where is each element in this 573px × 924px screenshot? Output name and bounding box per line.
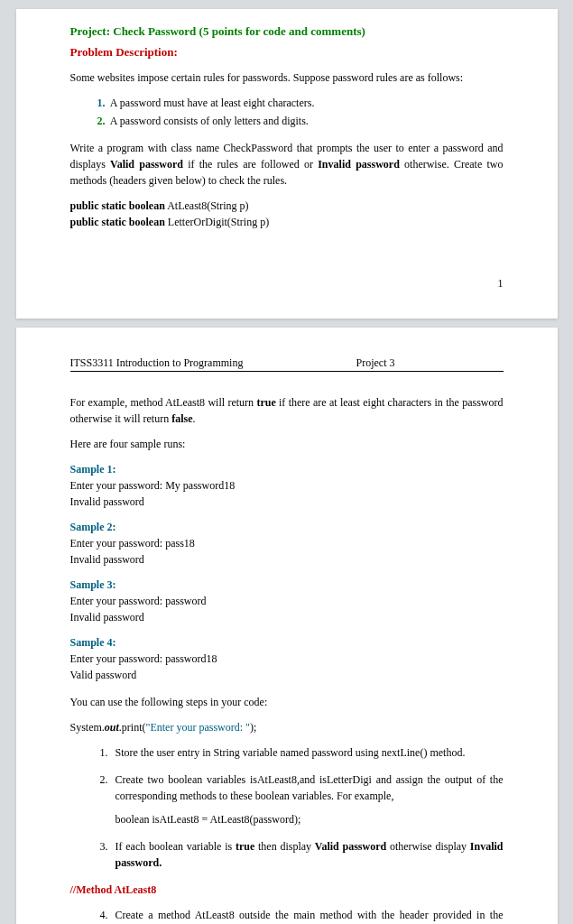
sample-3-label: Sample 3: bbox=[70, 577, 504, 593]
code-print-line: System.out.print("Enter your password: "… bbox=[70, 719, 504, 735]
sample-3-input: Enter your password: password bbox=[70, 593, 504, 609]
para2b: if the rules are followed or bbox=[183, 158, 318, 171]
sample-3: Sample 3: Enter your password: password … bbox=[70, 577, 504, 625]
step-1: Store the user entry in String variable … bbox=[111, 744, 504, 761]
sample-2-input: Enter your password: pass18 bbox=[70, 535, 504, 551]
code-end: ); bbox=[250, 721, 256, 734]
rule-1-text: A password must have at least eight char… bbox=[110, 97, 315, 109]
project-title: Project: Check Password (5 points for co… bbox=[70, 23, 504, 41]
sample-4-label: Sample 4: bbox=[70, 634, 504, 651]
method-declarations: public static boolean AtLeast8(String p)… bbox=[70, 198, 504, 230]
step-3: If each boolean variable is true then di… bbox=[111, 838, 504, 871]
valid-password-bold: Valid password bbox=[110, 158, 183, 171]
page-number: 1 bbox=[70, 275, 504, 291]
sample-4: Sample 4: Enter your password: password1… bbox=[70, 634, 504, 683]
rule-2: 2. A password consists of only letters a… bbox=[97, 113, 504, 129]
rule-2-text: A password consists of only letters and … bbox=[110, 115, 309, 127]
step3a: If each boolean variable is bbox=[116, 840, 236, 853]
step3-true: true bbox=[236, 840, 254, 853]
steps-list: Store the user entry in String variable … bbox=[111, 744, 504, 871]
sample-1-input: Enter your password: My password18 bbox=[70, 477, 504, 494]
page-2: ITSS3311 Introduction to Programming Pro… bbox=[16, 328, 558, 924]
step3b: then display bbox=[254, 840, 315, 853]
para1c: . bbox=[192, 412, 195, 425]
code-string: "Enter your password: " bbox=[146, 721, 250, 734]
step3-valid: Valid password bbox=[315, 840, 386, 853]
step-2: Create two boolean variables isAtLeast8,… bbox=[111, 772, 504, 827]
invalid-password-bold: Invalid password bbox=[318, 158, 400, 171]
meth1-sig: AtLeast8(String p) bbox=[165, 199, 249, 212]
sample-1-output: Invalid password bbox=[70, 494, 504, 510]
method-2: public static boolean LetterOrDigit(Stri… bbox=[70, 214, 504, 230]
page-header: ITSS3311 Introduction to Programming Pro… bbox=[70, 355, 504, 372]
instructions-paragraph: Write a program with class name CheckPas… bbox=[70, 140, 504, 189]
sample-4-output: Valid password bbox=[70, 667, 504, 683]
step-2-text: Create two boolean variables isAtLeast8,… bbox=[116, 773, 504, 802]
code-out: out bbox=[105, 721, 119, 734]
sample-3-output: Invalid password bbox=[70, 609, 504, 625]
meth2-keywords: public static boolean bbox=[70, 216, 165, 228]
sample-2: Sample 2: Enter your password: pass18 In… bbox=[70, 519, 504, 568]
step4-text: Create a method AtLeast8 outside the mai… bbox=[116, 909, 504, 924]
method-atleast8-header: //Method AtLeast8 bbox=[70, 882, 504, 898]
problem-description-label: Problem Description: bbox=[70, 43, 504, 61]
step-2-code: boolean isAtLeast8 = AtLeast8(password); bbox=[116, 811, 504, 827]
steps-intro: You can use the following steps in your … bbox=[70, 694, 504, 710]
sample-2-output: Invalid password bbox=[70, 551, 504, 568]
false-kw-1: false bbox=[171, 412, 192, 425]
true-kw-1: true bbox=[256, 396, 275, 409]
step3c: otherwise display bbox=[386, 840, 470, 853]
meth2-sig: LetterOrDigit(String p) bbox=[165, 216, 269, 228]
rule-1: 1. A password must have at least eight c… bbox=[97, 95, 504, 111]
rules-list: 1. A password must have at least eight c… bbox=[97, 95, 504, 129]
page-1: Project: Check Password (5 points for co… bbox=[16, 9, 558, 319]
sample-intro: Here are four sample runs: bbox=[70, 436, 504, 452]
code-sys: System. bbox=[70, 721, 105, 734]
steps-list-4: Create a method AtLeast8 outside the mai… bbox=[111, 907, 504, 924]
method-1: public static boolean AtLeast8(String p) bbox=[70, 198, 504, 214]
sample-4-input: Enter your password: password18 bbox=[70, 651, 504, 667]
sample-1-label: Sample 1: bbox=[70, 461, 504, 477]
meth1-keywords: public static boolean bbox=[70, 199, 165, 212]
code-print: .print( bbox=[119, 721, 146, 734]
para1a: For example, method AtLeast8 will return bbox=[70, 396, 257, 409]
sample-2-label: Sample 2: bbox=[70, 519, 504, 535]
intro-paragraph: Some websites impose certain rules for p… bbox=[70, 69, 504, 86]
header-right: Project 3 bbox=[356, 355, 395, 371]
example-paragraph: For example, method AtLeast8 will return… bbox=[70, 394, 504, 427]
header-left: ITSS3311 Introduction to Programming bbox=[70, 355, 244, 371]
sample-1: Sample 1: Enter your password: My passwo… bbox=[70, 461, 504, 510]
step-4: Create a method AtLeast8 outside the mai… bbox=[111, 907, 504, 924]
